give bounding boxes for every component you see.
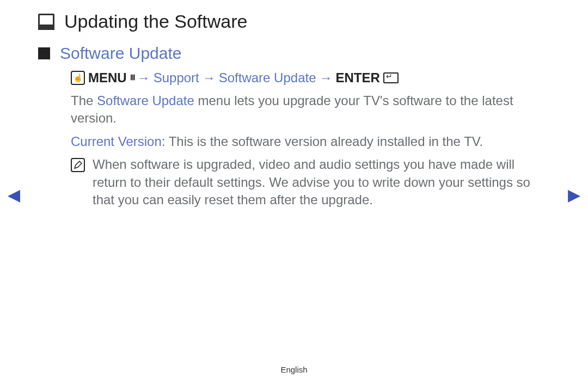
path-arrow-2: → [203, 70, 216, 86]
hand-pointer-icon: ☝ [71, 71, 85, 85]
menu-path: ☝ MENUⅢ → Support → Software Update → EN… [71, 70, 550, 86]
chapter-title: Updating the Software [64, 11, 247, 32]
path-software-update: Software Update [219, 70, 316, 86]
current-version-label: Current Version [71, 134, 162, 149]
path-arrow-1: → [137, 70, 150, 86]
menu-label: MENU [88, 70, 127, 86]
section-title: Software Update [60, 44, 181, 63]
current-version-text: : This is the software version already i… [162, 134, 483, 149]
description-paragraph: The Software Update menu lets you upgrad… [71, 92, 550, 127]
para1-highlight: Software Update [97, 93, 194, 108]
note-paragraph: When software is upgraded, video and aud… [71, 156, 550, 209]
section-title-row: Software Update [38, 44, 550, 63]
current-version-paragraph: Current Version: This is the software ve… [71, 133, 550, 150]
note-pencil-icon [71, 158, 85, 172]
chapter-title-row: Updating the Software [38, 11, 550, 32]
footer-language: English [0, 365, 588, 374]
path-arrow-3: → [320, 70, 333, 86]
enter-button-icon [383, 72, 399, 83]
path-support: Support [154, 70, 199, 86]
chapter-icon [38, 14, 54, 30]
note-text: When software is upgraded, video and aud… [93, 156, 550, 209]
section-bullet-icon [38, 47, 50, 59]
menu-button-icon: Ⅲ [130, 73, 134, 82]
enter-label: ENTER [336, 70, 380, 86]
nav-previous-button[interactable]: ◀ [8, 185, 20, 204]
nav-next-button[interactable]: ▶ [568, 185, 580, 204]
para1-prefix: The [71, 93, 97, 108]
